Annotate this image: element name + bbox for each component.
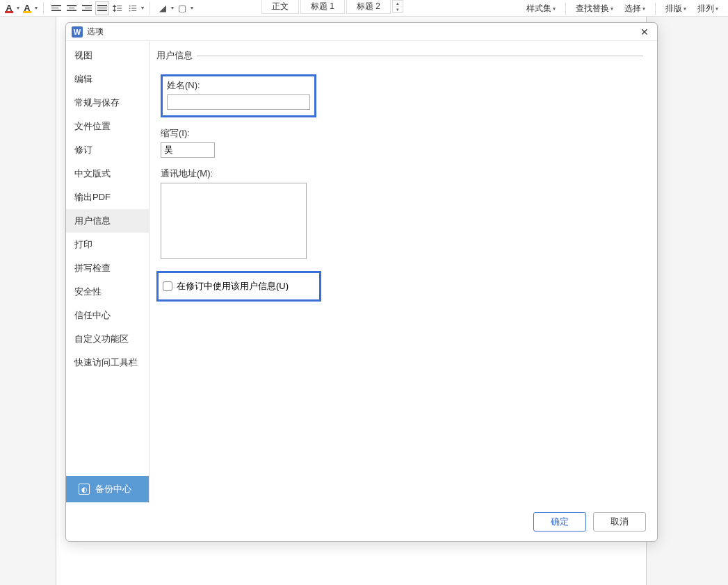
name-input[interactable] [167,94,310,110]
sidebar-item-track-changes[interactable]: 修订 [66,138,149,162]
section-title: 用户信息 [156,50,197,60]
ribbon-toolbar: A ▾ A ▾ ▾ ◢ ▾ ▢ ▾ 正文 标题 1 标题 2 ▴▾ 样式集▾ 查… [0,0,728,17]
style-heading1[interactable]: 标题 1 [300,0,345,14]
align-right-button[interactable] [80,1,94,15]
cancel-button[interactable]: 取消 [593,512,646,532]
paint-bucket-icon[interactable]: ◢ [156,1,170,15]
bullet-list-button[interactable] [126,1,140,15]
sidebar-item-user-info[interactable]: 用户信息 [66,209,149,233]
address-label: 通讯地址(M): [161,167,643,180]
svg-point-0 [129,5,131,6]
chevron-down-icon[interactable]: ▾ [35,5,38,11]
align-justify-button[interactable] [95,1,109,15]
highlight-color-icon[interactable]: A [21,2,33,15]
separator [565,3,566,15]
separator [149,2,150,15]
layout-label: 排版 [665,3,682,15]
select-button[interactable]: 选择▾ [620,1,649,16]
address-input[interactable] [161,183,307,259]
backup-center-button[interactable]: ◐ 备份中心 [66,476,149,502]
backup-icon: ◐ [79,484,90,495]
content-panel: 用户信息 姓名(N): 缩写(I): 通讯地址(M): [149,41,657,502]
style-gallery: 正文 标题 1 标题 2 ▴▾ [261,0,403,13]
sidebar-item-security[interactable]: 安全性 [66,280,149,304]
sidebar-item-spell-check[interactable]: 拼写检查 [66,256,149,280]
style-set-label: 样式集 [526,3,551,15]
style-heading2[interactable]: 标题 2 [346,0,391,14]
sidebar-list: 视图 编辑 常规与保存 文件位置 修订 中文版式 输出PDF 用户信息 打印 拼… [66,41,149,476]
sidebar-item-print[interactable]: 打印 [66,233,149,256]
chevron-down-icon[interactable]: ▾ [17,5,19,11]
style-gallery-nav[interactable]: ▴▾ [392,0,403,13]
sidebar-item-output-pdf[interactable]: 输出PDF [66,186,149,209]
find-replace-label: 查找替换 [576,3,609,15]
separator [655,3,656,15]
sidebar-item-chinese-layout[interactable]: 中文版式 [66,162,149,186]
svg-point-1 [129,8,131,9]
chevron-down-icon[interactable]: ▾ [141,5,144,11]
font-color-icon[interactable]: A [3,2,15,15]
dialog-body: 视图 编辑 常规与保存 文件位置 修订 中文版式 输出PDF 用户信息 打印 拼… [66,41,657,502]
options-dialog: W 选项 ✕ 视图 编辑 常规与保存 文件位置 修订 中文版式 输出PDF 用户… [65,22,658,542]
sidebar-item-view[interactable]: 视图 [66,44,149,67]
layout-button[interactable]: 排版▾ [661,1,690,16]
use-in-revision-checkbox[interactable] [163,281,172,291]
align-left-button[interactable] [49,1,63,15]
align-center-button[interactable] [65,1,79,15]
arrange-label: 排列 [697,3,714,15]
sidebar-item-quick-access[interactable]: 快速访问工具栏 [66,351,149,374]
separator [43,2,44,15]
dialog-titlebar: W 选项 ✕ [66,23,657,41]
select-label: 选择 [624,3,641,15]
initials-label: 缩写(I): [161,127,643,140]
ok-button[interactable]: 确定 [533,512,586,532]
use-in-revision-label: 在修订中使用该用户信息(U) [177,280,289,292]
name-field-highlight: 姓名(N): [161,74,316,117]
find-replace-button[interactable]: 查找替换▾ [572,1,617,16]
style-set-button[interactable]: 样式集▾ [522,1,560,16]
sidebar-item-customize-ribbon[interactable]: 自定义功能区 [66,327,149,351]
section-header: 用户信息 [156,49,643,62]
sidebar-item-file-locations[interactable]: 文件位置 [66,115,149,138]
sidebar-item-general-save[interactable]: 常规与保存 [66,91,149,115]
chevron-down-icon[interactable]: ▾ [171,5,174,11]
borders-icon[interactable]: ▢ [175,1,189,15]
sidebar-item-trust-center[interactable]: 信任中心 [66,304,149,327]
initials-input[interactable] [161,142,215,158]
name-label: 姓名(N): [167,79,310,92]
svg-point-2 [129,10,131,11]
close-button[interactable]: ✕ [638,25,652,39]
arrange-button[interactable]: 排列▾ [693,1,722,16]
options-sidebar: 视图 编辑 常规与保存 文件位置 修订 中文版式 输出PDF 用户信息 打印 拼… [66,41,149,502]
use-in-revision-highlight: 在修订中使用该用户信息(U) [156,271,321,302]
backup-center-label: 备份中心 [95,483,131,495]
dialog-footer: 确定 取消 [66,502,657,541]
style-normal[interactable]: 正文 [261,0,299,14]
line-spacing-button[interactable] [111,1,124,15]
app-icon: W [72,26,83,38]
dialog-title: 选项 [87,26,638,38]
sidebar-item-edit[interactable]: 编辑 [66,67,149,91]
chevron-down-icon[interactable]: ▾ [191,5,193,11]
